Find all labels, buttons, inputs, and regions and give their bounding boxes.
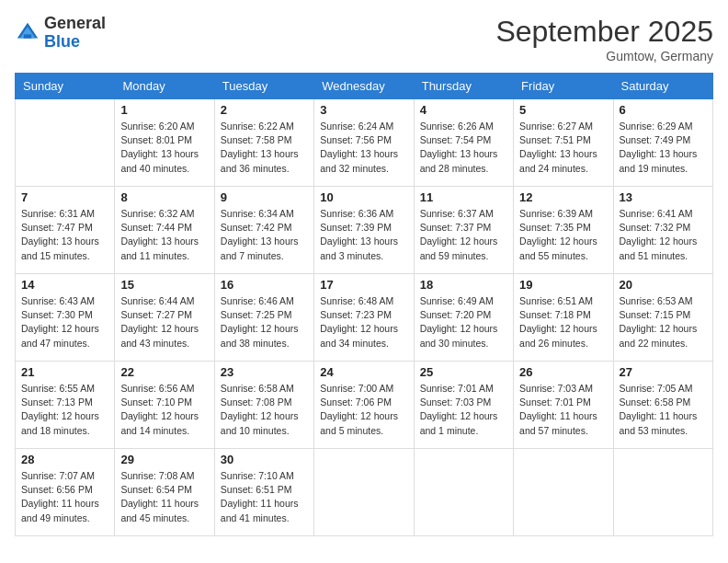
table-row: 29Sunrise: 7:08 AM Sunset: 6:54 PM Dayli… [115, 449, 214, 536]
day-info: Sunrise: 6:39 AM Sunset: 7:35 PM Dayligh… [519, 207, 607, 263]
table-row: 21Sunrise: 6:55 AM Sunset: 7:13 PM Dayli… [16, 362, 115, 449]
day-info: Sunrise: 6:51 AM Sunset: 7:18 PM Dayligh… [519, 294, 607, 350]
day-info: Sunrise: 6:58 AM Sunset: 7:08 PM Dayligh… [221, 382, 308, 438]
day-number: 25 [420, 365, 507, 379]
day-number: 27 [620, 365, 707, 379]
day-number: 17 [320, 278, 407, 292]
table-row: 8Sunrise: 6:32 AM Sunset: 7:44 PM Daylig… [115, 187, 214, 274]
day-info: Sunrise: 6:53 AM Sunset: 7:15 PM Dayligh… [620, 294, 707, 350]
week-row-5: 28Sunrise: 7:07 AM Sunset: 6:56 PM Dayli… [16, 449, 713, 536]
logo-text: General Blue [44, 15, 106, 52]
table-row: 4Sunrise: 6:26 AM Sunset: 7:54 PM Daylig… [414, 99, 513, 187]
page-header: General Blue September 2025 Gumtow, Germ… [15, 15, 713, 63]
day-info: Sunrise: 7:00 AM Sunset: 7:06 PM Dayligh… [320, 382, 407, 438]
table-row: 15Sunrise: 6:44 AM Sunset: 7:27 PM Dayli… [115, 274, 214, 362]
table-row: 2Sunrise: 6:22 AM Sunset: 7:58 PM Daylig… [214, 99, 313, 187]
day-number: 6 [620, 103, 707, 117]
table-row [16, 99, 115, 187]
logo: General Blue [15, 15, 106, 52]
week-row-1: 1Sunrise: 6:20 AM Sunset: 8:01 PM Daylig… [16, 99, 713, 187]
day-number: 24 [320, 365, 407, 379]
col-tuesday: Tuesday [214, 74, 313, 99]
day-info: Sunrise: 6:56 AM Sunset: 7:10 PM Dayligh… [120, 382, 208, 438]
logo-icon [15, 20, 40, 46]
day-number: 28 [21, 453, 108, 466]
calendar-table: Sunday Monday Tuesday Wednesday Thursday… [15, 73, 713, 536]
day-info: Sunrise: 7:05 AM Sunset: 6:58 PM Dayligh… [620, 382, 707, 438]
table-row [613, 449, 712, 536]
day-number: 19 [519, 278, 607, 292]
day-number: 4 [420, 103, 507, 117]
table-row: 30Sunrise: 7:10 AM Sunset: 6:51 PM Dayli… [214, 449, 313, 536]
day-info: Sunrise: 6:44 AM Sunset: 7:27 PM Dayligh… [120, 294, 208, 350]
day-number: 29 [120, 453, 208, 466]
day-info: Sunrise: 7:07 AM Sunset: 6:56 PM Dayligh… [21, 469, 108, 525]
day-number: 5 [519, 103, 607, 117]
day-info: Sunrise: 7:10 AM Sunset: 6:51 PM Dayligh… [221, 469, 308, 525]
table-row: 6Sunrise: 6:29 AM Sunset: 7:49 PM Daylig… [613, 99, 712, 187]
day-info: Sunrise: 6:20 AM Sunset: 8:01 PM Dayligh… [120, 120, 208, 176]
table-row: 22Sunrise: 6:56 AM Sunset: 7:10 PM Dayli… [115, 362, 214, 449]
table-row: 24Sunrise: 7:00 AM Sunset: 7:06 PM Dayli… [314, 362, 414, 449]
day-info: Sunrise: 6:48 AM Sunset: 7:23 PM Dayligh… [320, 294, 407, 350]
table-row [414, 449, 513, 536]
table-row: 26Sunrise: 7:03 AM Sunset: 7:01 PM Dayli… [514, 362, 613, 449]
table-row: 9Sunrise: 6:34 AM Sunset: 7:42 PM Daylig… [214, 187, 313, 274]
table-row: 18Sunrise: 6:49 AM Sunset: 7:20 PM Dayli… [414, 274, 513, 362]
table-row: 28Sunrise: 7:07 AM Sunset: 6:56 PM Dayli… [16, 449, 115, 536]
table-row: 3Sunrise: 6:24 AM Sunset: 7:56 PM Daylig… [314, 99, 414, 187]
day-number: 10 [320, 190, 407, 204]
day-info: Sunrise: 7:03 AM Sunset: 7:01 PM Dayligh… [519, 382, 607, 438]
day-number: 18 [420, 278, 507, 292]
day-number: 16 [221, 278, 308, 292]
day-info: Sunrise: 6:22 AM Sunset: 7:58 PM Dayligh… [221, 120, 308, 176]
table-row: 5Sunrise: 6:27 AM Sunset: 7:51 PM Daylig… [514, 99, 613, 187]
table-row: 7Sunrise: 6:31 AM Sunset: 7:47 PM Daylig… [16, 187, 115, 274]
day-number: 14 [21, 278, 108, 292]
day-info: Sunrise: 6:26 AM Sunset: 7:54 PM Dayligh… [420, 120, 507, 176]
table-row [514, 449, 613, 536]
day-info: Sunrise: 6:37 AM Sunset: 7:37 PM Dayligh… [420, 207, 507, 263]
col-thursday: Thursday [414, 74, 513, 99]
table-row: 14Sunrise: 6:43 AM Sunset: 7:30 PM Dayli… [16, 274, 115, 362]
logo-blue: Blue [44, 33, 106, 52]
day-info: Sunrise: 6:34 AM Sunset: 7:42 PM Dayligh… [221, 207, 308, 263]
day-info: Sunrise: 7:08 AM Sunset: 6:54 PM Dayligh… [120, 469, 208, 525]
day-info: Sunrise: 6:46 AM Sunset: 7:25 PM Dayligh… [221, 294, 308, 350]
day-number: 11 [420, 190, 507, 204]
day-info: Sunrise: 6:49 AM Sunset: 7:20 PM Dayligh… [420, 294, 507, 350]
day-info: Sunrise: 6:43 AM Sunset: 7:30 PM Dayligh… [21, 294, 108, 350]
table-row: 25Sunrise: 7:01 AM Sunset: 7:03 PM Dayli… [414, 362, 513, 449]
table-row [314, 449, 414, 536]
day-info: Sunrise: 6:31 AM Sunset: 7:47 PM Dayligh… [21, 207, 108, 263]
day-number: 21 [21, 365, 108, 379]
day-info: Sunrise: 6:24 AM Sunset: 7:56 PM Dayligh… [320, 120, 407, 176]
table-row: 16Sunrise: 6:46 AM Sunset: 7:25 PM Dayli… [214, 274, 313, 362]
week-row-3: 14Sunrise: 6:43 AM Sunset: 7:30 PM Dayli… [16, 274, 713, 362]
col-sunday: Sunday [16, 74, 115, 99]
day-info: Sunrise: 6:41 AM Sunset: 7:32 PM Dayligh… [620, 207, 707, 263]
logo-general: General [44, 15, 106, 33]
table-row: 17Sunrise: 6:48 AM Sunset: 7:23 PM Dayli… [314, 274, 414, 362]
day-number: 3 [320, 103, 407, 117]
col-friday: Friday [514, 74, 613, 99]
day-info: Sunrise: 6:55 AM Sunset: 7:13 PM Dayligh… [21, 382, 108, 438]
table-row: 12Sunrise: 6:39 AM Sunset: 7:35 PM Dayli… [514, 187, 613, 274]
day-info: Sunrise: 7:01 AM Sunset: 7:03 PM Dayligh… [420, 382, 507, 438]
week-row-4: 21Sunrise: 6:55 AM Sunset: 7:13 PM Dayli… [16, 362, 713, 449]
day-info: Sunrise: 6:29 AM Sunset: 7:49 PM Dayligh… [620, 120, 707, 176]
col-saturday: Saturday [613, 74, 712, 99]
day-number: 12 [519, 190, 607, 204]
svg-rect-2 [24, 34, 31, 38]
day-info: Sunrise: 6:27 AM Sunset: 7:51 PM Dayligh… [519, 120, 607, 176]
day-info: Sunrise: 6:36 AM Sunset: 7:39 PM Dayligh… [320, 207, 407, 263]
table-row: 11Sunrise: 6:37 AM Sunset: 7:37 PM Dayli… [414, 187, 513, 274]
table-row: 20Sunrise: 6:53 AM Sunset: 7:15 PM Dayli… [613, 274, 712, 362]
table-row: 23Sunrise: 6:58 AM Sunset: 7:08 PM Dayli… [214, 362, 313, 449]
col-monday: Monday [115, 74, 214, 99]
day-number: 26 [519, 365, 607, 379]
table-row: 13Sunrise: 6:41 AM Sunset: 7:32 PM Dayli… [613, 187, 712, 274]
day-number: 2 [221, 103, 308, 117]
calendar-header-row: Sunday Monday Tuesday Wednesday Thursday… [16, 74, 713, 99]
day-number: 30 [221, 453, 308, 466]
